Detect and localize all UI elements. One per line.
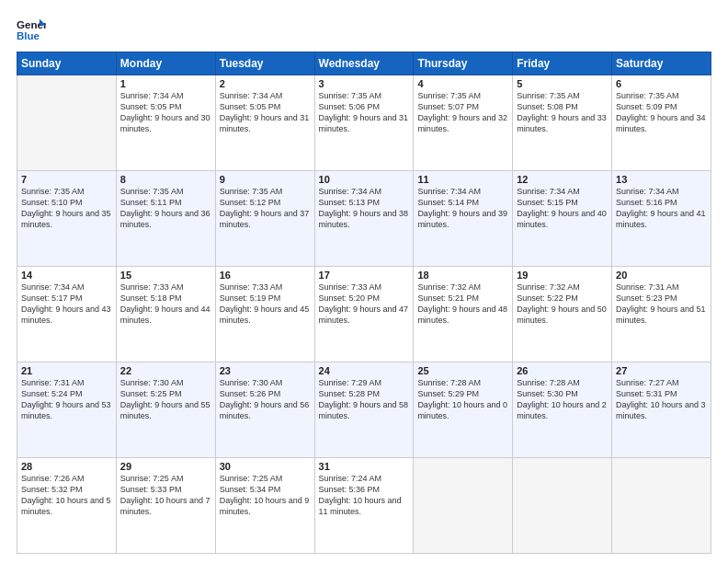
calendar-week-row: 7Sunrise: 7:35 AMSunset: 5:10 PMDaylight… [17,171,711,267]
day-number: 17 [319,270,410,281]
day-info: Sunrise: 7:34 AMSunset: 5:16 PMDaylight:… [616,186,707,231]
day-header-saturday: Saturday [612,52,711,75]
day-info: Sunrise: 7:31 AMSunset: 5:24 PMDaylight:… [21,377,112,422]
calendar-cell: 25Sunrise: 7:28 AMSunset: 5:29 PMDayligh… [414,362,513,458]
day-number: 2 [220,78,311,89]
calendar-cell: 19Sunrise: 7:32 AMSunset: 5:22 PMDayligh… [513,267,612,362]
day-number: 31 [319,461,410,472]
day-number: 26 [517,365,608,376]
calendar-cell: 2Sunrise: 7:34 AMSunset: 5:05 PMDaylight… [215,75,314,171]
day-info: Sunrise: 7:25 AMSunset: 5:34 PMDaylight:… [220,473,311,518]
calendar-cell: 10Sunrise: 7:34 AMSunset: 5:13 PMDayligh… [314,171,414,267]
calendar-cell: 20Sunrise: 7:31 AMSunset: 5:23 PMDayligh… [612,267,711,362]
day-info: Sunrise: 7:35 AMSunset: 5:06 PMDaylight:… [319,90,410,135]
calendar-cell [414,458,513,554]
calendar-cell: 14Sunrise: 7:34 AMSunset: 5:17 PMDayligh… [17,267,117,362]
day-number: 11 [417,174,508,185]
calendar-cell [513,458,612,554]
calendar-cell [612,458,711,554]
calendar-week-row: 28Sunrise: 7:26 AMSunset: 5:32 PMDayligh… [17,458,711,554]
day-info: Sunrise: 7:34 AMSunset: 5:15 PMDaylight:… [517,186,608,231]
day-number: 13 [616,174,707,185]
calendar-week-row: 14Sunrise: 7:34 AMSunset: 5:17 PMDayligh… [17,267,711,362]
calendar-cell: 4Sunrise: 7:35 AMSunset: 5:07 PMDaylight… [414,75,513,171]
day-number: 15 [120,270,211,281]
day-number: 14 [21,270,112,281]
day-number: 7 [21,174,112,185]
day-header-thursday: Thursday [414,52,513,75]
day-info: Sunrise: 7:32 AMSunset: 5:21 PMDaylight:… [417,282,508,327]
day-info: Sunrise: 7:35 AMSunset: 5:07 PMDaylight:… [417,90,508,135]
day-header-sunday: Sunday [17,52,117,75]
day-info: Sunrise: 7:35 AMSunset: 5:12 PMDaylight:… [220,186,311,231]
day-info: Sunrise: 7:33 AMSunset: 5:20 PMDaylight:… [319,282,410,327]
calendar-cell: 7Sunrise: 7:35 AMSunset: 5:10 PMDaylight… [17,171,117,267]
calendar-page: General Blue SundayMondayTuesdayWednesda… [0,0,728,563]
day-info: Sunrise: 7:34 AMSunset: 5:05 PMDaylight:… [120,90,211,135]
calendar-cell: 29Sunrise: 7:25 AMSunset: 5:33 PMDayligh… [116,458,215,554]
day-number: 19 [517,270,608,281]
logo-icon: General Blue [17,17,46,42]
day-header-tuesday: Tuesday [215,52,314,75]
calendar-cell: 30Sunrise: 7:25 AMSunset: 5:34 PMDayligh… [215,458,314,554]
day-number: 28 [21,461,112,472]
day-number: 21 [21,365,112,376]
day-info: Sunrise: 7:35 AMSunset: 5:09 PMDaylight:… [616,90,707,135]
calendar-cell: 8Sunrise: 7:35 AMSunset: 5:11 PMDaylight… [116,171,215,267]
day-number: 9 [220,174,311,185]
day-info: Sunrise: 7:34 AMSunset: 5:05 PMDaylight:… [220,90,311,135]
calendar-cell: 23Sunrise: 7:30 AMSunset: 5:26 PMDayligh… [215,362,314,458]
day-number: 27 [616,365,707,376]
day-number: 12 [517,174,608,185]
calendar-cell: 9Sunrise: 7:35 AMSunset: 5:12 PMDaylight… [215,171,314,267]
page-header: General Blue [17,17,711,42]
calendar-header-row: SundayMondayTuesdayWednesdayThursdayFrid… [17,52,711,75]
calendar-cell: 1Sunrise: 7:34 AMSunset: 5:05 PMDaylight… [116,75,215,171]
day-info: Sunrise: 7:30 AMSunset: 5:26 PMDaylight:… [220,377,311,422]
calendar-cell: 11Sunrise: 7:34 AMSunset: 5:14 PMDayligh… [414,171,513,267]
day-number: 4 [417,78,508,89]
day-info: Sunrise: 7:29 AMSunset: 5:28 PMDaylight:… [319,377,410,422]
calendar-cell: 18Sunrise: 7:32 AMSunset: 5:21 PMDayligh… [414,267,513,362]
day-number: 24 [319,365,410,376]
day-number: 1 [120,78,211,89]
calendar-cell: 17Sunrise: 7:33 AMSunset: 5:20 PMDayligh… [314,267,414,362]
day-number: 8 [120,174,211,185]
calendar-cell: 5Sunrise: 7:35 AMSunset: 5:08 PMDaylight… [513,75,612,171]
day-info: Sunrise: 7:26 AMSunset: 5:32 PMDaylight:… [21,473,112,518]
day-number: 23 [220,365,311,376]
day-info: Sunrise: 7:33 AMSunset: 5:19 PMDaylight:… [220,282,311,327]
day-info: Sunrise: 7:35 AMSunset: 5:11 PMDaylight:… [120,186,211,231]
day-number: 5 [517,78,608,89]
calendar-cell: 24Sunrise: 7:29 AMSunset: 5:28 PMDayligh… [314,362,414,458]
day-info: Sunrise: 7:28 AMSunset: 5:29 PMDaylight:… [417,377,508,422]
day-number: 16 [220,270,311,281]
day-info: Sunrise: 7:31 AMSunset: 5:23 PMDaylight:… [616,282,707,327]
calendar-cell [17,75,117,171]
day-info: Sunrise: 7:27 AMSunset: 5:31 PMDaylight:… [616,377,707,422]
calendar-cell: 21Sunrise: 7:31 AMSunset: 5:24 PMDayligh… [17,362,117,458]
calendar-table: SundayMondayTuesdayWednesdayThursdayFrid… [17,52,711,554]
calendar-week-row: 21Sunrise: 7:31 AMSunset: 5:24 PMDayligh… [17,362,711,458]
day-number: 29 [120,461,211,472]
calendar-cell: 28Sunrise: 7:26 AMSunset: 5:32 PMDayligh… [17,458,117,554]
calendar-cell: 6Sunrise: 7:35 AMSunset: 5:09 PMDaylight… [612,75,711,171]
day-number: 6 [616,78,707,89]
day-info: Sunrise: 7:34 AMSunset: 5:13 PMDaylight:… [319,186,410,231]
day-info: Sunrise: 7:24 AMSunset: 5:36 PMDaylight:… [319,473,410,518]
day-info: Sunrise: 7:32 AMSunset: 5:22 PMDaylight:… [517,282,608,327]
day-info: Sunrise: 7:34 AMSunset: 5:17 PMDaylight:… [21,282,112,327]
calendar-cell: 16Sunrise: 7:33 AMSunset: 5:19 PMDayligh… [215,267,314,362]
day-info: Sunrise: 7:30 AMSunset: 5:25 PMDaylight:… [120,377,211,422]
calendar-cell: 15Sunrise: 7:33 AMSunset: 5:18 PMDayligh… [116,267,215,362]
logo: General Blue [17,17,46,42]
calendar-cell: 26Sunrise: 7:28 AMSunset: 5:30 PMDayligh… [513,362,612,458]
calendar-cell: 3Sunrise: 7:35 AMSunset: 5:06 PMDaylight… [314,75,414,171]
day-number: 25 [417,365,508,376]
calendar-cell: 13Sunrise: 7:34 AMSunset: 5:16 PMDayligh… [612,171,711,267]
calendar-cell: 31Sunrise: 7:24 AMSunset: 5:36 PMDayligh… [314,458,414,554]
day-info: Sunrise: 7:28 AMSunset: 5:30 PMDaylight:… [517,377,608,422]
day-info: Sunrise: 7:35 AMSunset: 5:08 PMDaylight:… [517,90,608,135]
day-info: Sunrise: 7:35 AMSunset: 5:10 PMDaylight:… [21,186,112,231]
day-header-wednesday: Wednesday [314,52,414,75]
